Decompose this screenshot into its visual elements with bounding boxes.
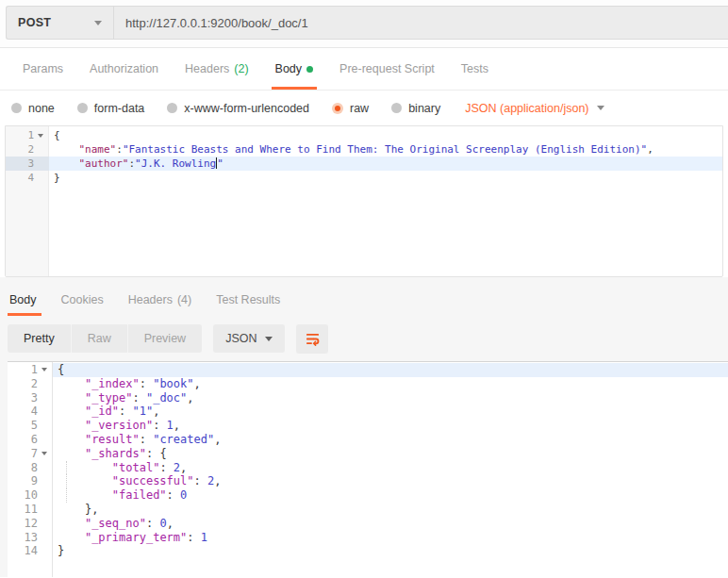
code-line: 4} — [6, 171, 722, 185]
request-section: POST Params Authorization Headers (2) Bo… — [0, 0, 728, 277]
radio-icon — [167, 103, 177, 113]
response-tab-cookies[interactable]: Cookies — [49, 284, 116, 316]
chevron-down-icon — [597, 106, 604, 110]
tab-label: Params — [23, 62, 63, 75]
code-line: 11 }, — [8, 503, 728, 517]
radio-label: binary — [408, 102, 440, 115]
code-line: 3 "_type": "_doc", — [8, 391, 728, 405]
active-tab-underline — [8, 313, 41, 316]
url-input[interactable] — [113, 6, 728, 40]
code-line: 1{ — [6, 128, 722, 142]
radio-icon — [391, 103, 402, 113]
code-text: "failed": 0 — [53, 488, 728, 503]
line-number-gutter: 4 — [6, 171, 49, 185]
code-text: "result": "created", — [53, 433, 728, 447]
line-number: 1 — [8, 363, 38, 377]
line-number-gutter: 14 — [8, 544, 53, 558]
indent-guide — [66, 488, 67, 503]
headers-count-badge: (4) — [177, 293, 191, 306]
code-text: "_version": 1, — [53, 419, 728, 433]
fold-toggle-icon[interactable] — [38, 368, 50, 372]
radio-binary[interactable]: binary — [391, 102, 440, 115]
code-line: 2 "name":"Fantastic Beasts and Where to … — [6, 142, 722, 157]
request-body-editor[interactable]: 1{2 "name":"Fantastic Beasts and Where t… — [5, 125, 723, 277]
view-preview-button[interactable]: Preview — [127, 324, 202, 353]
code-text: "_index": "book", — [53, 377, 728, 391]
code-line: 8 "total": 2, — [8, 461, 728, 475]
line-number: 14 — [8, 544, 38, 558]
chevron-down-icon — [265, 337, 273, 341]
line-number-gutter: 3 — [8, 391, 53, 405]
code-text: "_shards": { — [53, 447, 728, 461]
line-number-gutter: 2 — [6, 142, 49, 157]
view-raw-button[interactable]: Raw — [71, 324, 127, 353]
tab-pre-request-script[interactable]: Pre-request Script — [326, 48, 448, 90]
response-tab-test-results[interactable]: Test Results — [204, 284, 292, 316]
fold-toggle-icon[interactable] — [34, 134, 46, 138]
response-toolbar: Pretty Raw Preview JSON — [0, 316, 728, 361]
tab-tests[interactable]: Tests — [448, 48, 502, 90]
line-number: 2 — [6, 142, 34, 157]
line-number: 13 — [8, 531, 38, 545]
view-label: Preview — [144, 332, 186, 345]
format-label: JSON — [225, 332, 256, 345]
url-bar: POST — [0, 0, 728, 48]
line-number-gutter: 7 — [8, 447, 53, 461]
response-tab-body[interactable]: Body — [8, 284, 49, 316]
radio-label: raw — [350, 102, 369, 115]
view-label: Raw — [88, 332, 111, 345]
radio-raw[interactable]: raw — [332, 102, 369, 115]
response-tabs: Body Cookies Headers (4) Test Results — [0, 284, 728, 316]
code-line: 6 "result": "created", — [8, 433, 728, 447]
line-number: 6 — [8, 433, 38, 447]
line-number-gutter: 5 — [8, 419, 53, 433]
code-text: } — [49, 171, 722, 185]
tab-headers[interactable]: Headers (2) — [172, 48, 262, 90]
code-text: "_seq_no": 0, — [53, 517, 728, 531]
code-text: { — [49, 128, 722, 142]
code-line: 12 "_seq_no": 0, — [8, 517, 728, 531]
radio-x-www-form-urlencoded[interactable]: x-www-form-urlencoded — [167, 102, 309, 115]
code-line: 5 "_version": 1, — [8, 419, 728, 433]
radio-none[interactable]: none — [11, 102, 55, 115]
indent-guide — [66, 474, 67, 488]
response-tab-headers[interactable]: Headers (4) — [116, 284, 205, 316]
radio-selected-icon — [332, 103, 343, 114]
line-number-gutter: 1 — [8, 363, 53, 377]
tab-params[interactable]: Params — [9, 48, 76, 90]
line-number-gutter: 6 — [8, 433, 53, 447]
radio-icon — [77, 103, 88, 113]
raw-format-label: JSON (application/json) — [465, 102, 588, 115]
tab-label: Test Results — [216, 293, 280, 306]
method-select[interactable]: POST — [6, 6, 113, 40]
response-body-editor[interactable]: 1{2 "_index": "book",3 "_type": "_doc",4… — [8, 361, 728, 577]
code-text: "_type": "_doc", — [53, 391, 728, 405]
line-number-gutter: 4 — [8, 405, 53, 419]
code-line: 10 "failed": 0 — [8, 488, 728, 503]
fold-toggle-icon[interactable] — [38, 452, 50, 455]
view-pretty-button[interactable]: Pretty — [8, 324, 71, 353]
text-wrap-icon — [305, 331, 321, 347]
body-filled-dot-icon — [306, 66, 313, 73]
raw-format-dropdown[interactable]: JSON (application/json) — [465, 102, 604, 115]
code-text: }, — [53, 503, 728, 517]
wrap-text-button[interactable] — [296, 324, 328, 354]
code-text: } — [53, 544, 728, 558]
tab-label: Tests — [461, 62, 488, 75]
radio-label: x-www-form-urlencoded — [184, 102, 309, 115]
request-tabs: Params Authorization Headers (2) Body Pr… — [0, 48, 728, 91]
indent-guide — [66, 461, 67, 475]
radio-form-data[interactable]: form-data — [77, 102, 145, 115]
response-format-dropdown[interactable]: JSON — [213, 324, 285, 353]
line-number: 9 — [8, 474, 38, 488]
code-text: "successful": 2, — [53, 474, 728, 488]
line-number: 3 — [8, 391, 38, 405]
view-label: Pretty — [24, 332, 55, 345]
line-number-gutter: 11 — [8, 503, 53, 517]
tab-body[interactable]: Body — [262, 48, 327, 90]
tab-authorization[interactable]: Authorization — [76, 48, 172, 90]
body-type-selector: none form-data x-www-form-urlencoded raw… — [0, 91, 728, 125]
tab-label: Headers — [128, 293, 173, 306]
radio-icon — [11, 103, 22, 113]
tab-label: Pre-request Script — [339, 62, 435, 75]
